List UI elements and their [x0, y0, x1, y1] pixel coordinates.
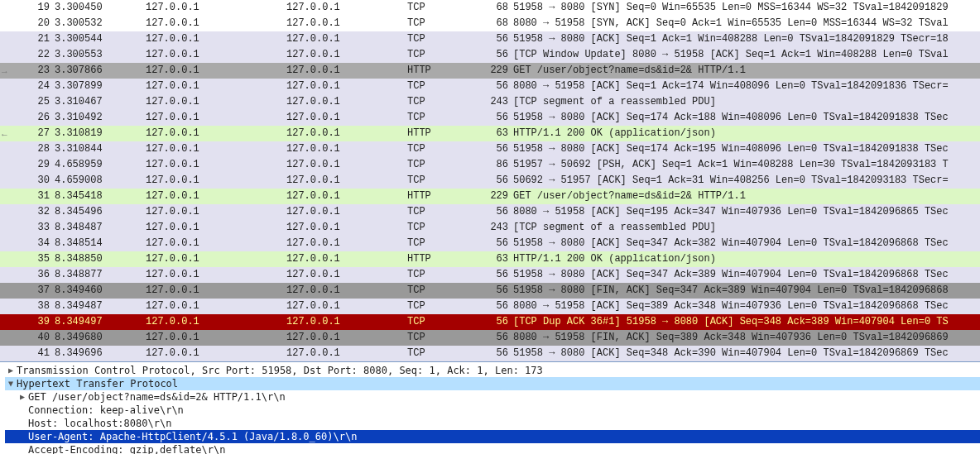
packet-destination: 127.0.0.1 — [286, 220, 407, 236]
packet-source: 127.0.0.1 — [146, 330, 286, 346]
packet-destination: 127.0.0.1 — [286, 204, 407, 220]
packet-source: 127.0.0.1 — [146, 314, 286, 330]
packet-no: 25 — [20, 94, 55, 110]
packet-protocol: TCP — [407, 330, 473, 346]
packet-row[interactable]: 388.349487127.0.0.1127.0.0.1TCP568080 → … — [0, 299, 980, 314]
packet-row[interactable]: 328.345496127.0.0.1127.0.0.1TCP568080 → … — [0, 204, 980, 220]
packet-info: [TCP Dup ACK 36#1] 51958 → 8080 [ACK] Se… — [513, 314, 980, 330]
packet-protocol: HTTP — [407, 126, 473, 141]
packet-length: 56 — [473, 110, 513, 126]
detail-http-request-line[interactable]: ▶ GET /user/object?name=ds&id=2& HTTP/1.… — [5, 390, 980, 404]
expand-triangle-icon[interactable]: ▶ — [17, 390, 28, 404]
packet-row[interactable]: 358.348850127.0.0.1127.0.0.1HTTP63HTTP/1… — [0, 251, 980, 267]
packet-no: 22 — [20, 47, 55, 63]
packet-protocol: HTTP — [407, 251, 473, 267]
detail-http-accept-encoding[interactable]: Accept-Encoding: gzip,deflate\r\n — [5, 443, 980, 454]
packet-row[interactable]: 294.658959127.0.0.1127.0.0.1TCP8651957 →… — [0, 157, 980, 173]
packet-length: 229 — [473, 189, 513, 204]
packet-destination: 127.0.0.1 — [286, 236, 407, 251]
packet-source: 127.0.0.1 — [146, 346, 286, 361]
packet-destination: 127.0.0.1 — [286, 79, 407, 94]
packet-length: 56 — [473, 346, 513, 361]
packet-time: 4.658959 — [55, 157, 146, 173]
packet-destination: 127.0.0.1 — [286, 299, 407, 314]
packet-no: 19 — [20, 0, 55, 16]
packet-row[interactable]: 318.345418127.0.0.1127.0.0.1HTTP229GET /… — [0, 189, 980, 204]
detail-tcp-summary[interactable]: ▶ Transmission Control Protocol, Src Por… — [5, 364, 980, 377]
packet-protocol: TCP — [407, 141, 473, 157]
packet-info: [TCP segment of a reassembled PDU] — [513, 94, 980, 110]
packet-row[interactable]: 213.300544127.0.0.1127.0.0.1TCP5651958 →… — [0, 31, 980, 47]
packet-destination: 127.0.0.1 — [286, 47, 407, 63]
packet-row[interactable]: 203.300532127.0.0.1127.0.0.1TCP688080 → … — [0, 16, 980, 31]
detail-http-host[interactable]: Host: localhost:8080\r\n — [5, 417, 980, 430]
packet-destination: 127.0.0.1 — [286, 94, 407, 110]
packet-time: 8.345418 — [55, 189, 146, 204]
packet-time: 8.345496 — [55, 204, 146, 220]
packet-source: 127.0.0.1 — [146, 94, 286, 110]
packet-row[interactable]: 283.310844127.0.0.1127.0.0.1TCP5651958 →… — [0, 141, 980, 157]
packet-row[interactable]: 368.348877127.0.0.1127.0.0.1TCP5651958 →… — [0, 267, 980, 283]
packet-protocol: TCP — [407, 236, 473, 251]
packet-length: 56 — [473, 47, 513, 63]
packet-row[interactable]: 263.310492127.0.0.1127.0.0.1TCP5651958 →… — [0, 110, 980, 126]
packet-length: 56 — [473, 299, 513, 314]
packet-info: 51958 → 8080 [ACK] Seq=347 Ack=389 Win=4… — [513, 267, 980, 283]
packet-row[interactable]: ←273.310819127.0.0.1127.0.0.1HTTP63HTTP/… — [0, 126, 980, 141]
packet-length: 56 — [473, 314, 513, 330]
packet-info: [TCP Window Update] 8080 → 51958 [ACK] S… — [513, 47, 980, 63]
packet-source: 127.0.0.1 — [146, 63, 286, 79]
packet-time: 8.349487 — [55, 299, 146, 314]
packet-list[interactable]: 193.300450127.0.0.1127.0.0.1TCP6851958 →… — [0, 0, 980, 362]
packet-row[interactable]: 223.300553127.0.0.1127.0.0.1TCP56[TCP Wi… — [0, 47, 980, 63]
packet-info: HTTP/1.1 200 OK (application/json) — [513, 126, 980, 141]
packet-time: 8.348877 — [55, 267, 146, 283]
packet-row[interactable]: 253.310467127.0.0.1127.0.0.1TCP243[TCP s… — [0, 94, 980, 110]
packet-protocol: TCP — [407, 220, 473, 236]
packet-row[interactable]: 243.307899127.0.0.1127.0.0.1TCP568080 → … — [0, 79, 980, 94]
packet-info: 51958 → 8080 [ACK] Seq=348 Ack=390 Win=4… — [513, 346, 980, 361]
packet-destination: 127.0.0.1 — [286, 267, 407, 283]
packet-details-pane[interactable]: ▶ Transmission Control Protocol, Src Por… — [0, 362, 980, 454]
http-accept-encoding-text: Accept-Encoding: gzip,deflate\r\n — [28, 443, 225, 454]
packet-info: 8080 → 51958 [SYN, ACK] Seq=0 Ack=1 Win=… — [513, 16, 980, 31]
packet-length: 56 — [473, 267, 513, 283]
packet-destination: 127.0.0.1 — [286, 251, 407, 267]
packet-time: 3.307899 — [55, 79, 146, 94]
packet-row[interactable]: 378.349460127.0.0.1127.0.0.1TCP5651958 →… — [0, 283, 980, 299]
packet-row[interactable]: 338.348487127.0.0.1127.0.0.1TCP243[TCP s… — [0, 220, 980, 236]
packet-protocol: TCP — [407, 173, 473, 189]
detail-http-user-agent[interactable]: User-Agent: Apache-HttpClient/4.5.1 (Jav… — [5, 430, 980, 443]
packet-row[interactable]: 193.300450127.0.0.1127.0.0.1TCP6851958 →… — [0, 0, 980, 16]
packet-info: 8080 → 51958 [ACK] Seq=389 Ack=348 Win=4… — [513, 299, 980, 314]
packet-info: GET /user/object?name=ds&id=2& HTTP/1.1 — [513, 63, 980, 79]
collapse-triangle-icon[interactable]: ▼ — [5, 377, 17, 390]
packet-row[interactable]: 398.349497127.0.0.1127.0.0.1TCP56[TCP Du… — [0, 314, 980, 330]
packet-length: 56 — [473, 204, 513, 220]
packet-no: 36 — [20, 267, 55, 283]
packet-source: 127.0.0.1 — [146, 47, 286, 63]
packet-row[interactable]: 304.659008127.0.0.1127.0.0.1TCP5650692 →… — [0, 173, 980, 189]
packet-no: 38 — [20, 299, 55, 314]
detail-http-title[interactable]: ▼ Hypertext Transfer Protocol — [5, 377, 980, 390]
packet-no: 34 — [20, 236, 55, 251]
expand-triangle-icon[interactable]: ▶ — [5, 364, 17, 377]
packet-row[interactable]: 418.349696127.0.0.1127.0.0.1TCP5651958 →… — [0, 346, 980, 361]
packet-destination: 127.0.0.1 — [286, 283, 407, 299]
packet-length: 56 — [473, 31, 513, 47]
packet-no: 21 — [20, 31, 55, 47]
tcp-summary-text: Transmission Control Protocol, Src Port:… — [17, 364, 543, 377]
http-host-text: Host: localhost:8080\r\n — [28, 417, 171, 430]
packet-length: 86 — [473, 157, 513, 173]
packet-info: 8080 → 51958 [ACK] Seq=195 Ack=347 Win=4… — [513, 204, 980, 220]
packet-length: 243 — [473, 220, 513, 236]
packet-row[interactable]: 348.348514127.0.0.1127.0.0.1TCP5651958 →… — [0, 236, 980, 251]
packet-source: 127.0.0.1 — [146, 126, 286, 141]
packet-row[interactable]: →233.307866127.0.0.1127.0.0.1HTTP229GET … — [0, 63, 980, 79]
packet-time: 4.659008 — [55, 173, 146, 189]
packet-time: 3.307866 — [55, 63, 146, 79]
packet-row[interactable]: 408.349680127.0.0.1127.0.0.1TCP568080 → … — [0, 330, 980, 346]
detail-http-connection[interactable]: Connection: keep-alive\r\n — [5, 404, 980, 417]
http-connection-text: Connection: keep-alive\r\n — [28, 404, 184, 417]
packet-time: 8.349497 — [55, 314, 146, 330]
